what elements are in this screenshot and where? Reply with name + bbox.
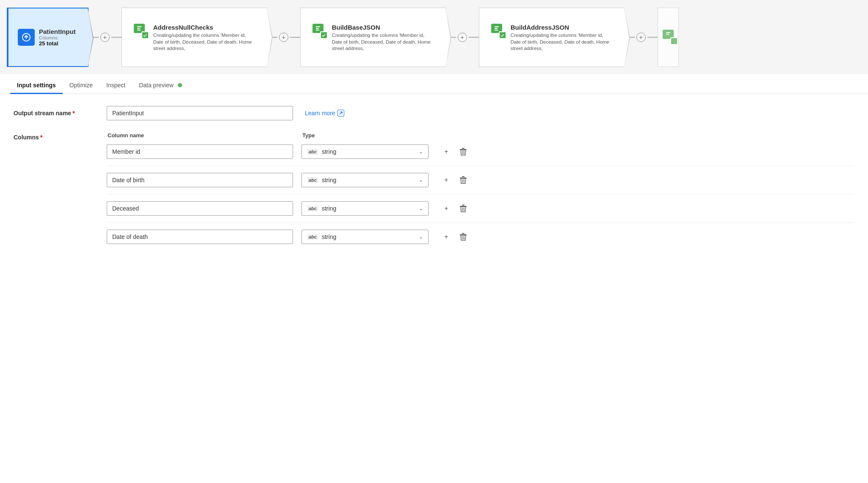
learn-more-icon [337, 110, 344, 117]
learn-more-label: Learn more [305, 110, 335, 117]
type-value-3: string [322, 205, 336, 212]
svg-rect-9 [495, 30, 498, 31]
svg-rect-3 [137, 30, 141, 31]
column-type-select-3[interactable]: abc string ⌄ [301, 201, 428, 216]
type-value-2: string [322, 177, 336, 183]
tab-input-settings[interactable]: Input settings [10, 78, 63, 94]
add-column-btn-4[interactable]: + [440, 231, 452, 243]
svg-rect-8 [495, 28, 498, 29]
tab-optimize[interactable]: Optimize [63, 78, 100, 94]
learn-more-link[interactable]: Learn more [305, 110, 344, 117]
node-desc-address-null: Creating/updating the columns 'Member id… [153, 32, 255, 52]
trash-icon-1 [460, 148, 467, 155]
svg-rect-10 [666, 32, 670, 33]
svg-rect-6 [316, 30, 319, 31]
abc-badge-3: abc [307, 205, 318, 211]
columns-label-text: Columns [14, 134, 39, 141]
pipeline-header: PatientInput Columns: 25 total + [0, 0, 868, 74]
add-node-btn-3[interactable]: + [458, 33, 467, 42]
add-column-btn-1[interactable]: + [440, 146, 452, 158]
patient-input-icon [18, 29, 35, 46]
output-stream-input[interactable] [107, 106, 293, 120]
output-stream-label-text: Output stream name [14, 110, 71, 117]
svg-rect-7 [495, 26, 499, 27]
node-title-build-base: BuildBaseJSON [332, 24, 434, 31]
columns-content: Column name Type abc string ⌄ + [107, 132, 854, 258]
add-column-btn-3[interactable]: + [440, 203, 452, 214]
tab-inspect[interactable]: Inspect [100, 78, 132, 94]
table-row: abc string ⌄ + [107, 201, 854, 223]
delete-column-btn-2[interactable] [457, 174, 469, 186]
delete-column-btn-3[interactable] [457, 203, 469, 214]
tab-optimize-label: Optimize [69, 82, 93, 89]
tab-data-preview[interactable]: Data preview [132, 78, 189, 94]
svg-rect-23 [462, 205, 464, 205]
more-nodes-indicator [658, 8, 679, 67]
node-value-patient-input: 25 total [39, 40, 76, 47]
abc-badge-4: abc [307, 234, 318, 240]
svg-rect-2 [137, 28, 140, 29]
output-stream-row: Output stream name* Learn more [14, 106, 854, 120]
add-node-btn-4[interactable]: + [636, 33, 646, 42]
table-row: abc string ⌄ + [107, 144, 854, 166]
tab-data-preview-label: Data preview [139, 82, 174, 89]
abc-badge-1: abc [307, 149, 318, 155]
chevron-down-icon-4: ⌄ [419, 234, 423, 240]
type-header: Type [302, 132, 429, 139]
tab-inspect-label: Inspect [106, 82, 125, 89]
pipeline-node-build-base-json[interactable]: BuildBaseJSON Creating/updating the colu… [300, 8, 446, 67]
chevron-down-icon-2: ⌄ [419, 177, 423, 183]
address-null-checks-icon [134, 24, 149, 39]
trash-icon-3 [460, 205, 467, 212]
main-content: Output stream name* Learn more Columns* … [0, 94, 868, 269]
columns-section: Columns* Column name Type abc string ⌄ [14, 132, 854, 258]
column-type-select-1[interactable]: abc string ⌄ [301, 144, 428, 159]
column-name-input-3[interactable] [107, 201, 293, 216]
columns-header: Column name Type [107, 132, 854, 139]
svg-rect-5 [316, 28, 319, 29]
node-title-address-null: AddressNullChecks [153, 24, 255, 31]
required-star-output: * [72, 110, 75, 117]
node-subtitle-patient-input: Columns: [39, 35, 76, 40]
columns-label: Columns* [14, 132, 107, 258]
row-actions-1: + [440, 146, 469, 158]
svg-rect-11 [666, 34, 669, 35]
abc-badge-2: abc [307, 177, 318, 183]
build-address-json-icon [491, 24, 506, 39]
delete-column-btn-1[interactable] [457, 146, 469, 158]
table-row: abc string ⌄ + [107, 230, 854, 251]
pipeline-node-build-address-json[interactable]: BuildAddressJSON Creating/updating the c… [479, 8, 625, 67]
type-value-4: string [322, 233, 336, 240]
pipeline-node-patient-input[interactable]: PatientInput Columns: 25 total [7, 8, 88, 67]
add-node-btn-1[interactable]: + [100, 33, 110, 42]
svg-rect-28 [462, 233, 464, 234]
build-base-json-icon [312, 24, 328, 39]
type-value-1: string [322, 148, 336, 155]
output-stream-label: Output stream name* [14, 110, 107, 117]
delete-column-btn-4[interactable] [457, 231, 469, 243]
pipeline-node-address-null-checks[interactable]: AddressNullChecks Creating/updating the … [122, 8, 267, 67]
node-desc-build-base: Creating/updating the columns 'Member id… [332, 32, 434, 52]
column-name-input-4[interactable] [107, 230, 293, 244]
svg-rect-18 [462, 176, 464, 177]
row-actions-4: + [440, 231, 469, 243]
column-name-header: Column name [108, 132, 294, 139]
add-column-btn-2[interactable]: + [440, 174, 452, 186]
tab-input-settings-label: Input settings [17, 82, 56, 89]
column-type-select-4[interactable]: abc string ⌄ [301, 230, 428, 244]
column-name-input-2[interactable] [107, 173, 293, 187]
node-title-build-address: BuildAddressJSON [511, 24, 612, 31]
add-node-btn-2[interactable]: + [279, 33, 288, 42]
node-title-patient-input: PatientInput [39, 28, 76, 35]
column-name-input-1[interactable] [107, 144, 293, 159]
chevron-down-icon-1: ⌄ [419, 149, 423, 155]
row-actions-2: + [440, 174, 469, 186]
trash-icon-2 [460, 176, 467, 184]
table-row: abc string ⌄ + [107, 173, 854, 194]
column-type-select-2[interactable]: abc string ⌄ [301, 173, 428, 187]
chevron-down-icon-3: ⌄ [419, 205, 423, 211]
data-preview-status-dot [178, 83, 182, 87]
svg-rect-1 [137, 26, 141, 27]
trash-icon-4 [460, 233, 467, 241]
svg-rect-4 [316, 26, 320, 27]
